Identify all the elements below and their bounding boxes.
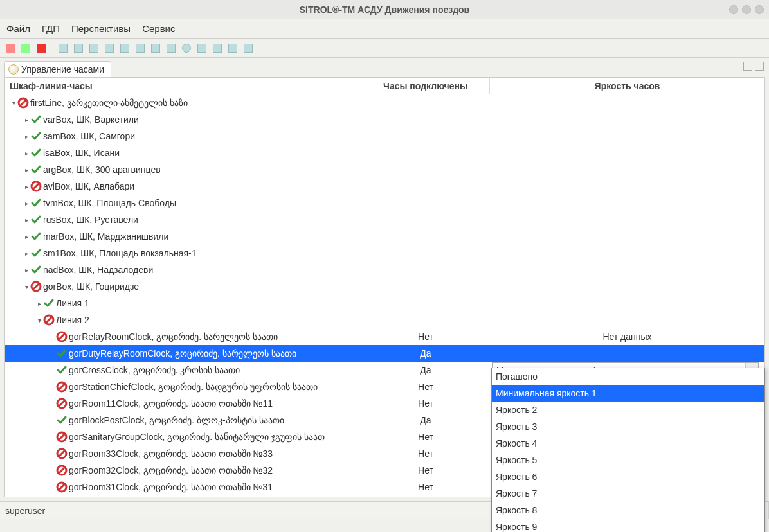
tree-row-label: gorRoom31Clock, გოცირიძე. საათი ოთახში №…: [69, 482, 273, 492]
tab-clock-management[interactable]: Управление часами: [4, 61, 111, 77]
expand-toggle-icon[interactable]: ▸: [23, 200, 30, 207]
status-error-icon: [56, 448, 68, 459]
toolbar-icon-4[interactable]: [57, 42, 69, 55]
column-header-name[interactable]: Шкаф-линия-часы: [5, 78, 361, 94]
toolbar-icon-11[interactable]: [165, 42, 177, 55]
toolbar-icon-9[interactable]: [134, 42, 147, 55]
toolbar-icon-10[interactable]: [149, 42, 162, 55]
tree-row[interactable]: ▸samBox, ШК, Самгори: [5, 128, 764, 145]
tab-label: Управление часами: [21, 64, 104, 75]
toolbar-clock-icon[interactable]: [180, 42, 193, 55]
tree-row[interactable]: ▸marBox, ШК, Марджанишвили: [5, 228, 764, 245]
window-controls: [729, 5, 764, 14]
cell-connected: Нет: [361, 448, 490, 459]
toolbar-icon-5[interactable]: [72, 42, 85, 55]
dropdown-item[interactable]: Яркость 5: [492, 452, 764, 468]
dropdown-item[interactable]: Яркость 8: [492, 502, 764, 519]
status-ok-icon: [30, 214, 42, 226]
expand-toggle-icon[interactable]: ▸: [23, 133, 30, 140]
tree-row[interactable]: ▸isaBox, ШК, Исани: [5, 145, 764, 161]
dropdown-item[interactable]: Погашено: [492, 368, 764, 385]
tree-row[interactable]: ▸tvmBox, ШК, Площадь Свободы: [5, 195, 764, 211]
tree-row[interactable]: ▸sm1Box, ШК, Площадь вокзальная-1: [5, 245, 764, 262]
tree-row-label: argBox, ШК, 300 арагвинцев: [43, 164, 161, 175]
tree-row[interactable]: ▸rusBox, ШК, Руставели: [5, 211, 764, 228]
expand-toggle-icon[interactable]: ▸: [23, 250, 30, 257]
tree-row-label: gorStationChiefClock, გოცირიძე. სადგურის…: [69, 382, 318, 392]
toolbar-icon-16[interactable]: [242, 42, 255, 55]
tree-row-label: avlBox, ШК, Авлабари: [43, 181, 134, 191]
menu-gdp[interactable]: ГДП: [42, 23, 60, 34]
toolbar-icon-1[interactable]: [4, 42, 17, 55]
tree-row[interactable]: ▸varBox, ШК, Варкетили: [5, 111, 764, 128]
toolbar-icon-8[interactable]: [118, 42, 131, 55]
expand-toggle-icon[interactable]: ▾: [10, 100, 17, 107]
dropdown-item[interactable]: Яркость 7: [492, 485, 764, 502]
expand-toggle-icon[interactable]: ▾: [35, 317, 43, 324]
tree-row[interactable]: gorDutyRelayRoomClock, გოცირიძე. სარელეო…: [5, 345, 764, 362]
status-error-icon: [30, 181, 42, 192]
minimize-button[interactable]: [729, 5, 738, 14]
column-header-brightness[interactable]: Яркость часов: [490, 78, 764, 94]
dropdown-item[interactable]: Яркость 6: [492, 468, 764, 485]
status-user: superuser: [0, 502, 50, 519]
tree-row-label: firstLine, ვარკეთილი-ახმეტელის ხაზი: [30, 98, 188, 108]
status-ok-icon: [30, 197, 42, 209]
dropdown-item[interactable]: Яркость 2: [492, 402, 764, 418]
toolbar-icon-7[interactable]: [103, 42, 116, 55]
column-header-connected[interactable]: Часы подключены: [361, 78, 490, 94]
tree-row-label: gorDutyRelayRoomClock, გოცირიძე. სარელეო…: [69, 348, 296, 359]
tree-row[interactable]: ▾firstLine, ვარკეთილი-ახმეტელის ხაზი: [5, 94, 764, 111]
menu-service[interactable]: Сервис: [142, 23, 175, 34]
dropdown-item[interactable]: Яркость 9: [492, 519, 764, 532]
menu-file[interactable]: Файл: [6, 23, 30, 34]
expand-toggle-icon[interactable]: ▾: [23, 283, 30, 290]
tree-row[interactable]: ▸avlBox, ШК, Авлабари: [5, 178, 764, 195]
tree-row[interactable]: gorRelayRoomClock, გოცირიძე. სარელეოს სა…: [5, 328, 764, 345]
tree-row[interactable]: ▸nadBox, ШК, Надзалодеви: [5, 262, 764, 278]
close-button[interactable]: [755, 5, 764, 14]
toolbar-icon-13[interactable]: [195, 42, 208, 55]
tree-row-label: marBox, ШК, Марджанишвили: [43, 231, 168, 242]
brightness-dropdown[interactable]: ПогашеноМинимальная яркость 1Яркость 2Яр…: [491, 368, 765, 532]
minimize-view-icon[interactable]: [743, 62, 752, 71]
expand-toggle-icon[interactable]: ▸: [23, 183, 30, 190]
expand-toggle-icon[interactable]: ▸: [23, 267, 30, 274]
tree-row-label: gorBox, ШК, Гоциридзе: [43, 281, 139, 292]
menu-perspectives[interactable]: Перспективы: [71, 23, 131, 34]
maximize-view-icon[interactable]: [755, 62, 764, 71]
svg-line-3: [33, 184, 39, 190]
expand-toggle-icon[interactable]: ▸: [23, 150, 30, 157]
toolbar-icon-14[interactable]: [211, 42, 224, 55]
toolbar-icon-3[interactable]: [35, 42, 48, 55]
dropdown-item[interactable]: Яркость 4: [492, 435, 764, 452]
status-error-icon: [56, 398, 68, 409]
tree-row-label: nadBox, ШК, Надзалодеви: [43, 265, 153, 275]
toolbar-icon-2[interactable]: [19, 42, 32, 55]
tree-row[interactable]: ▾gorBox, ШК, Гоциридзе: [5, 278, 764, 295]
tree-row[interactable]: ▾Линия 2: [5, 312, 764, 328]
expand-toggle-icon[interactable]: ▸: [23, 217, 30, 224]
tree-row-label: gorBlockPostClock, გოცირიძე. ბლოკ-პოსტის…: [69, 415, 284, 425]
toolbar-icon-6[interactable]: [87, 42, 100, 55]
status-ok-icon: [30, 164, 42, 175]
tree-row-label: gorSanitaryGroupClock, გოცირიძე. სანიტარ…: [69, 432, 325, 442]
expand-toggle-icon[interactable]: ▸: [35, 300, 43, 307]
tree-row-label: Линия 1: [56, 298, 89, 308]
tree-row[interactable]: ▸argBox, ШК, 300 арагвинцев: [5, 161, 764, 178]
maximize-button[interactable]: [742, 5, 751, 14]
expand-toggle-icon[interactable]: ▸: [23, 166, 30, 173]
expand-toggle-icon[interactable]: ▸: [23, 116, 30, 123]
window-title: SITROL®-TM АСДУ Движения поездов: [300, 4, 469, 15]
dropdown-item[interactable]: Минимальная яркость 1: [492, 385, 764, 402]
status-error-icon: [56, 481, 68, 493]
tree-row-label: gorCrossClock, გოცირიძე. კროსის საათი: [69, 365, 240, 375]
dropdown-item[interactable]: Яркость 3: [492, 418, 764, 435]
tree-row[interactable]: ▸Линия 1: [5, 295, 764, 312]
tree-row-label: Линия 2: [56, 315, 89, 325]
cell-connected: Нет: [361, 382, 490, 392]
toolbar-icon-15[interactable]: [226, 42, 239, 55]
tree-row-label: gorRoom33Clock, გოცირიძე. საათი ოთახში №…: [69, 448, 273, 459]
expand-toggle-icon[interactable]: ▸: [23, 233, 30, 240]
status-ok-icon: [43, 297, 55, 309]
